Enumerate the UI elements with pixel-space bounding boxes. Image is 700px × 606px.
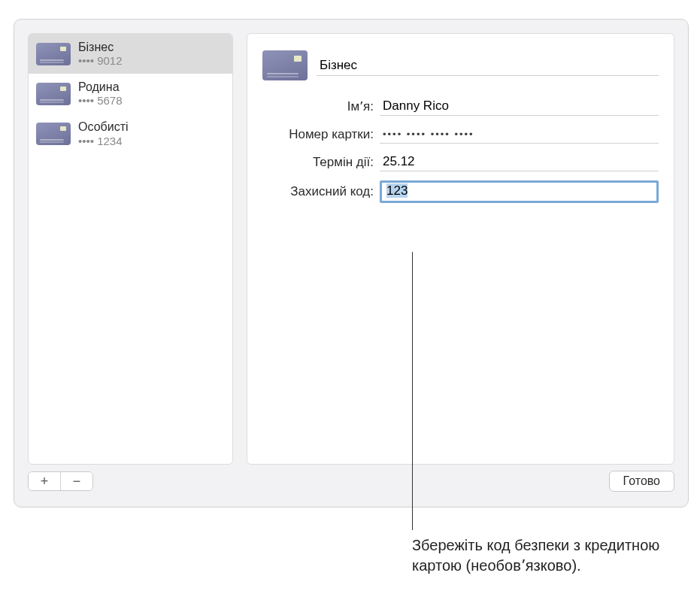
callout-text: Збережіть код безпеки з кредитною картою… <box>412 535 668 576</box>
card-last4: •••• 1234 <box>78 135 129 148</box>
card-title: Особисті <box>78 120 129 134</box>
expiry-input[interactable] <box>380 153 659 171</box>
label-cvv: Захисний код: <box>262 184 380 199</box>
callout-leader-line <box>412 252 413 530</box>
credit-card-icon <box>262 50 308 80</box>
credit-card-icon <box>36 83 71 105</box>
card-item-personal[interactable]: Особисті •••• 1234 <box>29 114 232 153</box>
card-number-input[interactable]: •••• •••• •••• •••• <box>380 125 659 144</box>
cardholder-name-input[interactable] <box>380 97 659 116</box>
card-description-input[interactable] <box>317 55 659 76</box>
row-number: Номер картки: •••• •••• •••• •••• <box>262 125 659 144</box>
security-code-input[interactable]: 123 <box>380 180 659 203</box>
card-title: Бізнес <box>78 40 123 54</box>
detail-header <box>262 50 659 80</box>
bottom-bar: + − Готово <box>14 465 688 507</box>
row-name: Імʼя: <box>262 97 659 116</box>
cards-list: Бізнес •••• 9012 Родина •••• 5678 Особис… <box>29 34 232 464</box>
credit-card-icon <box>36 123 71 145</box>
credit-cards-window: Бізнес •••• 9012 Родина •••• 5678 Особис… <box>14 19 689 508</box>
card-last4: •••• 9012 <box>78 54 123 68</box>
card-text: Особисті •••• 1234 <box>78 120 129 147</box>
row-cvv: Захисний код: 123 <box>262 180 659 203</box>
label-name: Імʼя: <box>262 98 380 114</box>
label-expiry: Термін дії: <box>262 155 380 170</box>
cards-sidebar: Бізнес •••• 9012 Родина •••• 5678 Особис… <box>28 33 233 465</box>
row-expiry: Термін дії: <box>262 153 659 171</box>
main-area: Бізнес •••• 9012 Родина •••• 5678 Особис… <box>14 20 688 465</box>
cvv-value: 123 <box>386 183 408 198</box>
credit-card-icon <box>36 43 71 65</box>
done-button[interactable]: Готово <box>609 471 674 492</box>
card-item-family[interactable]: Родина •••• 5678 <box>29 74 232 114</box>
card-item-business[interactable]: Бізнес •••• 9012 <box>29 34 232 74</box>
remove-card-button[interactable]: − <box>61 472 92 490</box>
form-rows: Імʼя: Номер картки: •••• •••• •••• •••• … <box>262 97 659 203</box>
add-remove-group: + − <box>28 471 93 491</box>
card-detail-panel: Імʼя: Номер картки: •••• •••• •••• •••• … <box>247 33 674 465</box>
card-title: Родина <box>78 80 123 94</box>
label-number: Номер картки: <box>262 127 380 142</box>
card-text: Родина •••• 5678 <box>78 80 123 108</box>
card-text: Бізнес •••• 9012 <box>78 40 123 68</box>
add-card-button[interactable]: + <box>29 472 60 490</box>
card-last4: •••• 5678 <box>78 94 123 108</box>
